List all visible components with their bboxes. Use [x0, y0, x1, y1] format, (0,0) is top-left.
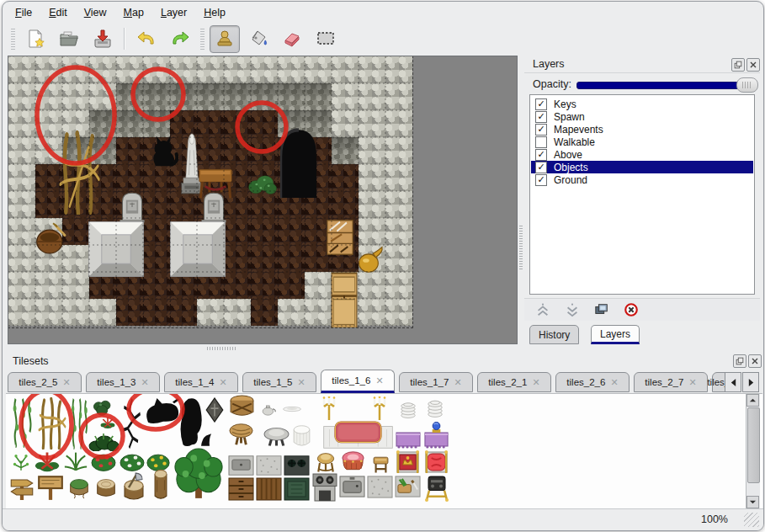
horizontal-splitter[interactable]	[3, 344, 763, 353]
map-tile[interactable]	[278, 272, 305, 299]
tileset-tile-sink[interactable]	[228, 455, 254, 476]
map-tile[interactable]	[332, 191, 359, 218]
map-tile[interactable]	[385, 56, 412, 83]
float-panel-button[interactable]	[733, 354, 746, 368]
tileset-tile-bromeliad[interactable]	[100, 416, 115, 429]
map-tile[interactable]	[62, 56, 89, 83]
tileset-tile-purpletable-orb[interactable]	[423, 421, 449, 450]
map-tile[interactable]	[8, 299, 35, 326]
map-tile[interactable]	[197, 299, 224, 326]
map-tile[interactable]	[385, 191, 412, 218]
tileset-tile-stove-burners[interactable]	[284, 455, 310, 476]
tileset-tile-diamond[interactable]	[205, 397, 225, 423]
tileset-tile-tree[interactable]	[173, 446, 225, 502]
tileset-tab-tiles_2_5[interactable]: tiles_2_5✕	[8, 372, 82, 392]
map-tile[interactable]	[116, 164, 143, 191]
map-tile[interactable]	[305, 83, 332, 110]
map-tile[interactable]	[116, 137, 143, 164]
map-tile[interactable]	[8, 164, 35, 191]
toolbar-handle[interactable]	[200, 28, 205, 50]
close-tab-icon[interactable]: ✕	[454, 377, 461, 388]
tileset-tile-bushwhite[interactable]	[119, 450, 146, 473]
map-tile[interactable]	[8, 245, 35, 272]
tileset-tile-blob1[interactable]	[141, 397, 181, 426]
layer-list[interactable]: ✓Keys✓Spawn✓MapeventsWalkable✓Above✓Obje…	[529, 94, 755, 295]
tileset-tab-tiles_1_7[interactable]: tiles_1_7✕	[399, 372, 473, 392]
tileset-tile-planks[interactable]	[256, 476, 282, 502]
tileset-tile-counter-speckle[interactable]	[256, 455, 282, 476]
map-tile[interactable]	[359, 164, 385, 191]
opacity-slider-handle[interactable]	[736, 77, 758, 93]
map-object-cabinet[interactable]	[330, 272, 359, 327]
tileset-tile-whitetable[interactable]	[292, 423, 311, 448]
map-tile[interactable]	[251, 137, 278, 164]
map-tile[interactable]	[359, 56, 385, 83]
map-tile[interactable]	[332, 164, 359, 191]
new-file-button[interactable]	[20, 25, 50, 53]
tileset-tile-sink2[interactable]	[339, 475, 365, 499]
tileset-tile-teapot[interactable]	[260, 402, 277, 418]
map-tile[interactable]	[143, 56, 170, 83]
map-object-platform[interactable]	[88, 221, 144, 277]
tileset-tile-stump[interactable]	[93, 475, 119, 500]
toolbar-handle[interactable]	[11, 28, 15, 50]
dock-tab-layers[interactable]: Layers	[591, 325, 640, 344]
tileset-tile-throne-crown[interactable]	[395, 450, 421, 475]
tileset-tab-tiles_2_7[interactable]: tiles_2_7✕	[634, 372, 708, 392]
map-tile[interactable]	[170, 83, 197, 110]
map-tile[interactable]	[359, 272, 385, 299]
map-tile[interactable]	[251, 56, 278, 83]
map-tile[interactable]	[224, 83, 251, 110]
tileset-tile-fern[interactable]	[63, 448, 88, 473]
map-tile[interactable]	[305, 272, 332, 299]
map-tile[interactable]	[278, 299, 305, 326]
map-tile[interactable]	[359, 110, 385, 137]
tileset-tile-graytable[interactable]	[263, 426, 290, 448]
map-tile[interactable]	[62, 83, 89, 110]
map-tile[interactable]	[170, 299, 197, 326]
tileset-scrollbar[interactable]	[746, 394, 760, 508]
tileset-tile-branches-t[interactable]	[36, 397, 68, 450]
close-tab-icon[interactable]: ✕	[375, 375, 383, 386]
map-tile[interactable]	[35, 299, 62, 326]
map-tile[interactable]	[224, 245, 251, 272]
map-canvas[interactable]	[8, 56, 412, 327]
map-tile[interactable]	[359, 299, 385, 326]
tileset-tile-stump-tall[interactable]	[149, 468, 173, 500]
layer-visibility-checkbox[interactable]: ✓	[535, 162, 547, 173]
save-button[interactable]	[88, 25, 118, 53]
layer-row-ground[interactable]: ✓Ground	[531, 173, 753, 186]
close-tab-icon[interactable]: ✕	[297, 377, 305, 388]
map-tile[interactable]	[385, 245, 412, 272]
tileset-tile-platestack[interactable]	[399, 399, 417, 419]
map-tile[interactable]	[170, 56, 197, 83]
map-tile[interactable]	[224, 56, 251, 83]
map-tile[interactable]	[8, 218, 35, 245]
tileset-tab-tiles_2_6[interactable]: tiles_2_6✕	[555, 372, 630, 392]
map-tile[interactable]	[89, 56, 116, 83]
eraser-button[interactable]	[277, 25, 307, 53]
map-object-cat[interactable]	[143, 132, 180, 168]
tab-scroll-right-button[interactable]	[742, 372, 759, 392]
tileset-tile-redtable-fancy[interactable]	[340, 450, 366, 475]
tileset-tile-banquet[interactable]	[322, 419, 394, 450]
map-tile[interactable]	[143, 245, 170, 272]
layer-row-objects[interactable]: ✓Objects	[531, 161, 753, 173]
layer-row-walkable[interactable]: Walkable	[531, 136, 753, 148]
close-tab-icon[interactable]: ✕	[141, 377, 148, 388]
map-tile[interactable]	[8, 272, 35, 299]
map-tile[interactable]	[332, 56, 359, 83]
raise-layer-button[interactable]	[532, 301, 554, 319]
map-tile[interactable]	[35, 272, 62, 299]
map-tile[interactable]	[332, 110, 359, 137]
map-tile[interactable]	[278, 245, 305, 272]
map-object-tombstone[interactable]	[117, 191, 147, 223]
float-panel-button[interactable]	[731, 58, 745, 72]
map-tile[interactable]	[62, 272, 89, 299]
tileset-tile-bushdark[interactable]	[88, 431, 119, 451]
tileset-tile-grill[interactable]	[423, 473, 450, 502]
close-panel-button[interactable]	[748, 354, 762, 368]
tileset-tab-tiles_1_5[interactable]: tiles_1_5✕	[242, 372, 316, 392]
map-tile[interactable]	[8, 137, 35, 164]
scrollbar-thumb[interactable]	[747, 407, 760, 483]
